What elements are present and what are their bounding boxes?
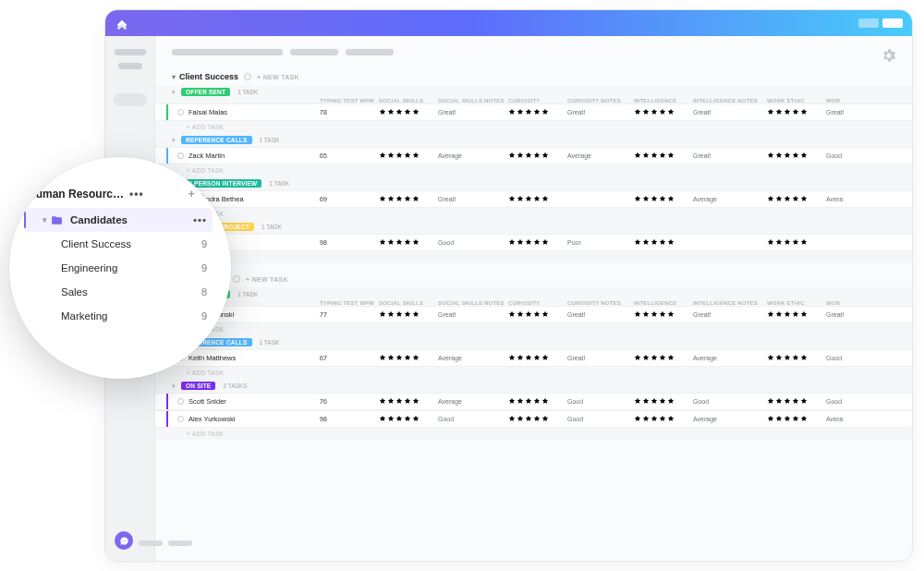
- cell-curiosity-notes: Great!: [567, 109, 634, 115]
- task-row[interactable]: Scott Snider 76 Average Good Good Good: [155, 393, 912, 410]
- space-add-icon[interactable]: +: [188, 187, 195, 200]
- cell-intelligence-notes: Great!: [693, 109, 767, 115]
- task-row[interactable]: Brandi West 98 Good Poor: [155, 234, 912, 251]
- window-tab[interactable]: [858, 18, 879, 28]
- task-row[interactable]: Zack Martin 65 Average Average Great! Go…: [155, 147, 912, 164]
- chevron-down-icon[interactable]: ▾: [172, 89, 176, 96]
- cell-work-notes: Good: [826, 398, 861, 405]
- chevron-down-icon[interactable]: ▾: [172, 137, 176, 144]
- new-task-button[interactable]: + NEW TASK: [246, 276, 288, 283]
- star-rating: [634, 238, 693, 247]
- task-row[interactable]: Keith Matthews 67 Average Great! Average…: [155, 349, 912, 367]
- cell-social-notes: Good: [438, 416, 508, 422]
- star-rating: [634, 152, 693, 160]
- chevron-down-icon[interactable]: ▾: [172, 383, 176, 390]
- sidebar-item-sales[interactable]: Sales 8: [28, 280, 213, 304]
- breadcrumb-placeholder: [172, 49, 283, 55]
- window-tab-switcher[interactable]: [858, 18, 903, 28]
- window-tab-active[interactable]: [882, 18, 903, 28]
- task-row[interactable]: Jerry Krusinski 77 Great! Great! Great! …: [155, 306, 912, 323]
- chevron-down-icon[interactable]: ▾: [43, 215, 47, 225]
- cell-curiosity: [508, 238, 567, 247]
- cell-social-notes: Great!: [438, 311, 508, 318]
- section-header[interactable]: ▾ Engineering + NEW TASK: [155, 269, 912, 287]
- svg-point-0: [122, 541, 123, 541]
- cell-wpm: 67: [320, 355, 379, 361]
- cell-social-skills: [379, 397, 438, 406]
- status-group-header[interactable]: ▾ RECEIVED PROJECT 1 TASK: [155, 220, 912, 234]
- cell-curiosity: [508, 415, 567, 423]
- task-name: Scott Snider: [188, 397, 226, 406]
- task-row[interactable]: Alex Yurkowski 98 Good Good Average Aver…: [155, 410, 912, 428]
- cell-wpm: 77: [320, 311, 379, 318]
- task-count: 1 TASK: [269, 180, 289, 187]
- cell-social-notes: Good: [438, 239, 508, 246]
- sidebar-item-candidates[interactable]: ▾ Candidates •••: [24, 208, 213, 232]
- add-task-button[interactable]: + ADD TASK: [155, 121, 912, 133]
- sidebar-item-client-success[interactable]: Client Success 9: [28, 232, 213, 256]
- status-group-header[interactable]: ▾ REFERENCE CALLS 1 TASK: [155, 133, 912, 147]
- cell-work-notes: Avera: [826, 196, 861, 202]
- star-rating: [767, 415, 826, 423]
- cell-social-notes: Average: [438, 152, 508, 159]
- star-rating: [379, 195, 438, 203]
- task-row[interactable]: Alexandra Bethea 69 Great! Average Avera: [155, 190, 912, 208]
- info-icon[interactable]: [233, 275, 240, 283]
- add-task-button[interactable]: + ADD TASK: [155, 164, 912, 176]
- rail-search[interactable]: [114, 93, 147, 106]
- cell-work-ethic: [767, 152, 826, 160]
- add-task-button[interactable]: + ADD TASK: [155, 323, 912, 335]
- cell-work-ethic: [767, 354, 826, 362]
- cell-work-ethic: [767, 310, 826, 319]
- star-rating: [379, 310, 438, 319]
- rail-placeholder: [118, 63, 142, 69]
- folder-icon: [51, 214, 63, 226]
- space-more-icon[interactable]: •••: [129, 188, 144, 200]
- status-badge: ON SITE: [181, 382, 215, 390]
- status-group-header[interactable]: ▾ REFERENCE CALLS 1 TASK: [155, 335, 912, 349]
- item-more-icon[interactable]: •••: [193, 214, 207, 225]
- space-title[interactable]: Human Resourc…: [28, 188, 124, 200]
- task-status-circle[interactable]: [177, 109, 184, 115]
- sidebar-item-marketing[interactable]: Marketing 9: [28, 304, 213, 328]
- task-status-circle[interactable]: [177, 416, 184, 422]
- cell-social-notes: Average: [438, 398, 508, 405]
- star-rating: [379, 108, 438, 116]
- cell-intelligence-notes: Great!: [693, 152, 767, 159]
- star-rating: [379, 354, 438, 362]
- cell-curiosity-notes: Good: [567, 398, 634, 405]
- cell-work-ethic: [767, 397, 826, 406]
- chevron-down-icon[interactable]: ▾: [172, 73, 176, 81]
- section-header[interactable]: ▾ Client Success + NEW TASK: [155, 67, 912, 85]
- titlebar: [105, 10, 912, 36]
- star-rating: [767, 238, 826, 247]
- task-status-circle[interactable]: [177, 398, 184, 405]
- cell-social-skills: [379, 195, 438, 203]
- task-row[interactable]: Faisal Malas 78 Great! Great! Great! Gre…: [155, 103, 912, 121]
- svg-point-1: [124, 541, 125, 541]
- cell-social-skills: [379, 310, 438, 319]
- cell-work-ethic: [767, 238, 826, 247]
- sidebar-item-count: 9: [201, 262, 207, 273]
- add-task-button[interactable]: + ADD TASK: [155, 208, 912, 220]
- cell-wpm: 76: [320, 398, 379, 405]
- settings-icon[interactable]: [881, 47, 897, 64]
- info-icon[interactable]: [244, 73, 251, 80]
- cell-intelligence: [634, 195, 693, 203]
- cell-work-ethic: [767, 195, 826, 203]
- chat-fab[interactable]: [115, 531, 133, 550]
- status-group-header[interactable]: ▾ IN PERSON INTERVIEW 1 TASK: [155, 176, 912, 190]
- add-task-button[interactable]: + ADD TASK: [155, 428, 912, 440]
- add-task-button[interactable]: + ADD TASK: [155, 251, 912, 263]
- new-task-button[interactable]: + NEW TASK: [257, 74, 299, 80]
- add-task-button[interactable]: + ADD TASK: [155, 367, 912, 379]
- star-rating: [634, 354, 693, 362]
- status-group-header[interactable]: ▾ ON SITE 2 TASKS: [155, 379, 912, 393]
- task-name: Zack Martin: [188, 152, 225, 160]
- cell-intelligence: [634, 415, 693, 423]
- cell-curiosity: [508, 108, 567, 116]
- task-count: 1 TASK: [237, 89, 258, 95]
- sidebar-item-engineering[interactable]: Engineering 9: [28, 256, 213, 280]
- star-rating: [634, 108, 693, 116]
- task-status-circle[interactable]: [177, 152, 184, 159]
